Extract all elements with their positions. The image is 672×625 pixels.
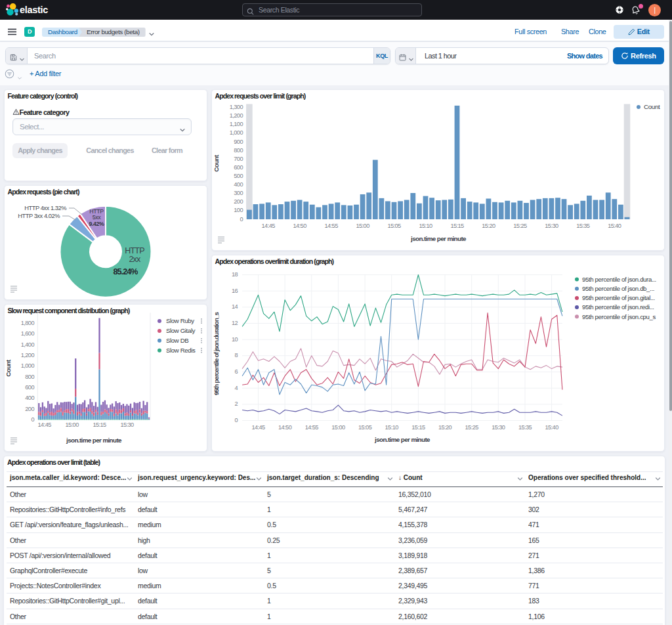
svg-text:4: 4 (234, 384, 238, 391)
svg-text:15:40: 15:40 (545, 423, 558, 430)
svg-text:2: 2 (234, 400, 238, 407)
svg-text:0: 0 (31, 416, 34, 423)
svg-text:HTTP 3xx 4.02%: HTTP 3xx 4.02% (18, 212, 60, 219)
svg-text:15:15: 15:15 (93, 421, 106, 427)
svg-text:0: 0 (240, 215, 243, 222)
svg-text:15:10: 15:10 (419, 222, 432, 228)
svg-text:1,100: 1,100 (229, 121, 243, 127)
svg-text:14: 14 (231, 303, 238, 310)
svg-text:15:30: 15:30 (492, 423, 505, 430)
svg-text:100: 100 (234, 207, 243, 213)
svg-text:600: 600 (234, 163, 243, 170)
svg-text:10: 10 (231, 335, 238, 342)
svg-text:Slow Ruby: Slow Ruby (166, 317, 194, 324)
svg-text:Slow Redis: Slow Redis (166, 347, 196, 354)
svg-text:Slow DB: Slow DB (166, 337, 188, 344)
svg-text:1,200: 1,200 (229, 112, 243, 119)
svg-text:400: 400 (234, 181, 243, 188)
svg-text:500: 500 (234, 172, 243, 179)
svg-text:14:45: 14:45 (37, 421, 51, 427)
svg-text:6: 6 (234, 368, 238, 375)
svg-text:15:10: 15:10 (385, 423, 398, 430)
svg-text:18: 18 (231, 271, 238, 278)
svg-text:15:20: 15:20 (438, 423, 452, 430)
svg-text:json.time per minute: json.time per minute (374, 436, 430, 443)
svg-text:14:50: 14:50 (278, 423, 291, 430)
svg-text:1,600: 1,600 (20, 330, 34, 337)
svg-text:9.42%: 9.42% (89, 220, 104, 226)
svg-text:1,300: 1,300 (229, 104, 243, 110)
svg-text:600: 600 (25, 384, 34, 391)
svg-text:15:25: 15:25 (465, 423, 478, 430)
svg-text:700: 700 (234, 155, 243, 162)
svg-text:Count: Count (213, 154, 220, 172)
svg-text:2xx: 2xx (129, 254, 141, 263)
svg-text:14:55: 14:55 (324, 222, 338, 228)
svg-text:400: 400 (25, 395, 34, 401)
svg-text:Count: Count (644, 103, 660, 110)
svg-text:95th percentile of json.cpu_s: 95th percentile of json.cpu_s (582, 312, 656, 320)
svg-text:Count: Count (5, 359, 12, 377)
svg-text:15:00: 15:00 (65, 421, 79, 427)
svg-text:14:50: 14:50 (293, 222, 306, 228)
svg-text:15:00: 15:00 (356, 222, 369, 228)
svg-text:12: 12 (231, 320, 238, 326)
svg-text:14:55: 14:55 (304, 423, 318, 430)
svg-text:15:35: 15:35 (518, 423, 532, 430)
svg-text:Slow Gitaly: Slow Gitaly (166, 327, 196, 334)
svg-text:800: 800 (234, 146, 243, 153)
svg-text:16: 16 (231, 287, 238, 293)
svg-text:95th percentile of json.db_...: 95th percentile of json.db_... (582, 284, 654, 291)
svg-text:15:30: 15:30 (120, 421, 134, 427)
svg-text:1,400: 1,400 (20, 341, 34, 347)
svg-text:15:30: 15:30 (545, 222, 558, 228)
svg-text:8: 8 (234, 352, 238, 358)
svg-text:95th percentile of json.gital.: 95th percentile of json.gital... (582, 294, 655, 301)
svg-text:1,000: 1,000 (20, 362, 34, 369)
svg-text:95th percentile of json.redi..: 95th percentile of json.redi... (582, 303, 654, 311)
svg-text:json.time per minute: json.time per minute (410, 235, 467, 242)
svg-text:14:45: 14:45 (251, 423, 265, 430)
svg-text:15:05: 15:05 (358, 423, 371, 430)
svg-text:15:40: 15:40 (608, 222, 621, 228)
svg-text:15:25: 15:25 (513, 222, 527, 228)
svg-text:15:15: 15:15 (411, 423, 425, 430)
svg-text:900: 900 (234, 138, 243, 144)
svg-text:1,000: 1,000 (229, 129, 243, 136)
svg-text:85.24%: 85.24% (113, 267, 138, 276)
svg-text:14:45: 14:45 (261, 222, 275, 228)
svg-text:15:05: 15:05 (387, 222, 401, 228)
svg-text:200: 200 (25, 405, 34, 412)
svg-text:800: 800 (25, 373, 34, 379)
svg-text:15:15: 15:15 (450, 222, 464, 228)
svg-text:0: 0 (234, 417, 238, 423)
svg-text:95th percentile of json.durati: 95th percentile of json.duration_s (213, 311, 220, 395)
svg-text:HTTP 4xx 1.32%: HTTP 4xx 1.32% (24, 204, 66, 211)
svg-text:15:00: 15:00 (331, 423, 345, 430)
svg-text:HTTP: HTTP (89, 207, 104, 214)
svg-text:5xx: 5xx (92, 214, 101, 221)
svg-text:200: 200 (234, 198, 243, 205)
svg-text:300: 300 (234, 190, 243, 196)
svg-text:1,800: 1,800 (20, 320, 34, 326)
svg-text:95th percentile of json.dura..: 95th percentile of json.dura... (582, 275, 656, 282)
svg-text:1,200: 1,200 (20, 352, 34, 358)
svg-text:json.time per minute: json.time per minute (66, 437, 122, 444)
svg-text:15:35: 15:35 (576, 222, 590, 228)
svg-text:HTTP: HTTP (125, 246, 144, 255)
svg-text:15:20: 15:20 (482, 222, 495, 228)
